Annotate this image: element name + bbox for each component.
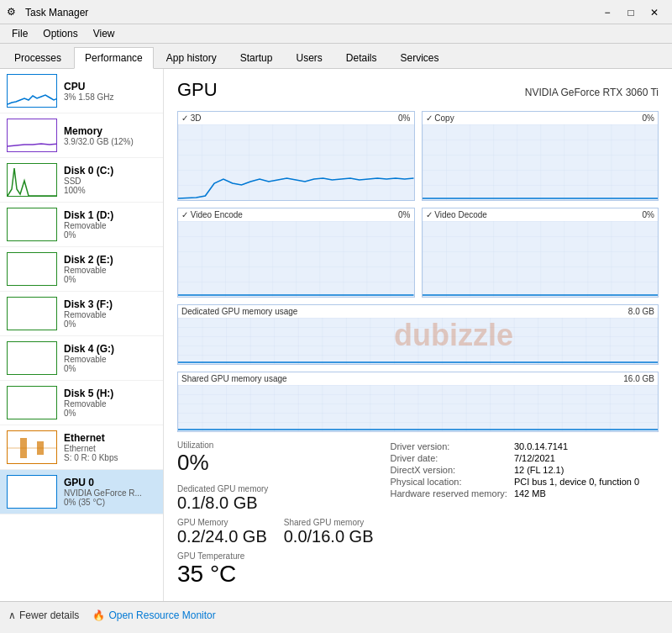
disk1-graph-thumb (7, 208, 57, 241)
svg-rect-1 (20, 438, 27, 458)
svg-rect-7 (178, 221, 414, 297)
directx-row: DirectX version: 12 (FL 12.1) (387, 464, 643, 476)
driver-date-value: 7/12/2021 (511, 452, 643, 464)
tab-startup[interactable]: Startup (229, 47, 284, 68)
ethernet-detail2: S: 0 R: 0 Kbps (64, 453, 156, 462)
tab-processes[interactable]: Processes (3, 47, 72, 68)
memory-detail: 3.9/32.0 GB (12%) (64, 137, 156, 146)
right-stats-table: Driver version: 30.0.14.7141 Driver date… (387, 440, 643, 499)
menu-file[interactable]: File (5, 26, 34, 41)
charts-grid-top: ✓ 3D 0% (177, 111, 659, 298)
maximize-button[interactable]: □ (620, 5, 642, 20)
hw-reserved-mem-row: Hardware reserved memory: 142 MB (387, 488, 643, 499)
disk1-detail1: Removable (64, 221, 156, 230)
cpu-label: CPU (64, 81, 156, 92)
svg-rect-13 (178, 385, 658, 431)
gpu-memory-value: 0.2/24.0 GB (177, 527, 267, 546)
chart-copy-label: ✓ Copy 0% (423, 112, 659, 124)
disk0-detail2: 100% (64, 186, 156, 195)
title-bar: ⚙ Task Manager − □ ✕ (0, 0, 672, 24)
menu-view[interactable]: View (87, 26, 122, 41)
sidebar-item-memory[interactable]: Memory 3.9/32.0 GB (12%) (0, 113, 163, 158)
chart-shared-mem-label: Shared GPU memory usage 16.0 GB (178, 372, 658, 385)
stats-left: Utilization 0% Dedicated GPU memory 0.1/… (177, 440, 374, 588)
menu-options[interactable]: Options (36, 26, 84, 41)
chart-vencode-area (178, 221, 414, 297)
sidebar-item-gpu[interactable]: GPU 0 NVIDIA GeForce R... 0% (35 °C) (0, 470, 163, 514)
chart-vencode-label: ✓ Video Encode 0% (178, 208, 414, 221)
disk0-label: Disk 0 (C:) (64, 165, 156, 177)
window-title: Task Manager (25, 7, 88, 18)
fewer-details-label: Fewer details (19, 609, 79, 621)
close-button[interactable]: ✕ (643, 5, 665, 20)
sidebar-item-disk5[interactable]: Disk 5 (H:) Removable 0% (0, 381, 163, 425)
disk3-label: Disk 3 (F:) (64, 298, 156, 310)
chart-3d-label: ✓ 3D 0% (178, 112, 414, 124)
detail-panel: GPU NVIDIA GeForce RTX 3060 Ti ✓ 3D 0% (164, 69, 672, 601)
menu-bar: File Options View (0, 24, 672, 44)
directx-label: DirectX version: (387, 464, 511, 476)
gpu-label: GPU 0 (64, 477, 156, 488)
sidebar-item-disk1[interactable]: Disk 1 (D:) Removable 0% (0, 203, 163, 247)
stats-right: Driver version: 30.0.14.7141 Driver date… (387, 440, 643, 588)
shared-gpu-mem-value: 0.0/16.0 GB (284, 527, 374, 546)
hw-reserved-mem-value: 142 MB (511, 488, 643, 499)
disk2-detail1: Removable (64, 266, 156, 275)
chart-dedicated-mem-label: Dedicated GPU memory usage 8.0 GB (178, 305, 658, 318)
gpu-graph-thumb (7, 475, 57, 509)
ethernet-label: Ethernet (64, 432, 156, 444)
driver-version-row: Driver version: 30.0.14.7141 (387, 440, 643, 452)
svg-rect-4 (178, 124, 414, 200)
disk5-label: Disk 5 (H:) (64, 388, 156, 399)
sidebar-item-disk4[interactable]: Disk 4 (G:) Removable 0% (0, 336, 163, 381)
disk3-detail2: 0% (64, 319, 156, 329)
ethernet-detail1: Ethernet (64, 444, 156, 453)
gpu-header: GPU NVIDIA GeForce RTX 3060 Ti (177, 79, 659, 101)
open-resource-monitor-button[interactable]: 🔥 Open Resource Monitor (92, 609, 215, 621)
utilization-label: Utilization (177, 440, 374, 450)
chart-shared-mem: Shared GPU memory usage 16.0 GB (177, 372, 659, 432)
sidebar-item-disk3[interactable]: Disk 3 (F:) Removable 0% (0, 292, 163, 336)
minimize-button[interactable]: − (596, 5, 618, 20)
svg-rect-5 (423, 124, 659, 200)
tab-details[interactable]: Details (335, 47, 388, 68)
fewer-details-button[interactable]: ∧ Fewer details (8, 609, 79, 621)
driver-version-label: Driver version: (387, 440, 511, 452)
chart-3d: ✓ 3D 0% (177, 111, 415, 201)
chart-vdecode-area (423, 221, 659, 297)
chart-vencode: ✓ Video Encode 0% (177, 208, 415, 298)
directx-value: 12 (FL 12.1) (511, 464, 643, 476)
gpu-title: GPU (177, 79, 218, 101)
footer: ∧ Fewer details 🔥 Open Resource Monitor (0, 601, 672, 628)
disk1-label: Disk 1 (D:) (64, 209, 156, 221)
sidebar-item-cpu[interactable]: CPU 3% 1.58 GHz (0, 69, 163, 113)
chevron-up-icon: ∧ (8, 609, 16, 621)
stats-row: Utilization 0% Dedicated GPU memory 0.1/… (177, 440, 659, 588)
physical-location-row: Physical location: PCI bus 1, device 0, … (387, 476, 643, 488)
disk4-detail1: Removable (64, 355, 156, 364)
disk2-label: Disk 2 (E:) (64, 254, 156, 266)
sidebar-item-disk0[interactable]: Disk 0 (C:) SSD 100% (0, 158, 163, 203)
tab-users[interactable]: Users (285, 47, 333, 68)
svg-rect-9 (423, 221, 659, 297)
gpu-model: NVIDIA GeForce RTX 3060 Ti (525, 87, 659, 98)
driver-version-value: 30.0.14.7141 (511, 440, 643, 452)
tab-bar: Processes Performance App history Startu… (0, 44, 672, 69)
window-controls: − □ ✕ (596, 5, 665, 20)
disk4-detail2: 0% (64, 364, 156, 373)
chart-vdecode: ✓ Video Decode 0% (422, 208, 659, 298)
gpu-detail1: NVIDIA GeForce R... (64, 488, 156, 498)
gpu-memory-label: GPU Memory (177, 518, 267, 527)
tab-apphistory[interactable]: App history (155, 47, 228, 68)
cpu-graph-thumb (7, 74, 57, 108)
disk5-graph-thumb (7, 386, 57, 419)
tab-services[interactable]: Services (390, 47, 450, 68)
tab-performance[interactable]: Performance (74, 47, 154, 69)
sidebar-item-disk2[interactable]: Disk 2 (E:) Removable 0% (0, 247, 163, 292)
disk4-label: Disk 4 (G:) (64, 343, 156, 355)
main-content: CPU 3% 1.58 GHz Memory 3.9/32.0 GB (12%) (0, 69, 672, 601)
physical-location-label: Physical location: (387, 476, 511, 488)
disk3-detail1: Removable (64, 310, 156, 319)
sidebar-item-ethernet[interactable]: Ethernet Ethernet S: 0 R: 0 Kbps (0, 425, 163, 470)
driver-date-row: Driver date: 7/12/2021 (387, 452, 643, 464)
